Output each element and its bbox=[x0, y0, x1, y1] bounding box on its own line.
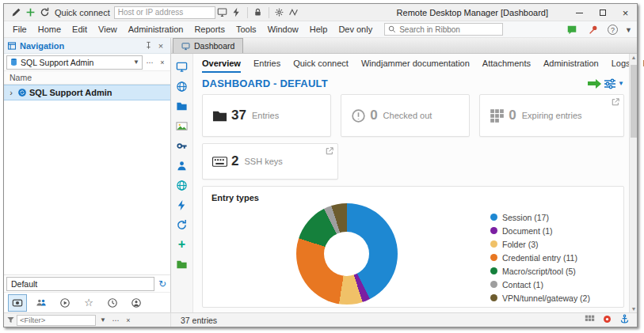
legend-swatch bbox=[490, 214, 497, 221]
lock-icon[interactable] bbox=[251, 6, 265, 20]
connect-icon[interactable] bbox=[215, 6, 230, 20]
sync-icon[interactable] bbox=[176, 218, 189, 231]
filter-clear-icon[interactable]: × bbox=[123, 314, 134, 327]
navigation-icon bbox=[7, 41, 17, 51]
checked-out-icon bbox=[351, 108, 370, 123]
settings-icon[interactable] bbox=[272, 6, 287, 20]
scroll-up-icon[interactable]: ▲ bbox=[630, 55, 638, 60]
menu-view[interactable]: View bbox=[93, 21, 123, 37]
dashboard-options-icon[interactable] bbox=[604, 78, 616, 90]
open-link-icon[interactable] bbox=[612, 98, 619, 106]
chevron-down-icon[interactable]: ▼ bbox=[618, 80, 624, 87]
menu-home[interactable]: Home bbox=[32, 21, 67, 37]
images-icon[interactable] bbox=[176, 119, 189, 132]
menu-help[interactable]: Help bbox=[304, 21, 333, 37]
filter-input[interactable] bbox=[17, 315, 96, 326]
tab-favorites[interactable]: ☆ bbox=[79, 294, 98, 312]
tab-recent[interactable] bbox=[103, 294, 122, 312]
close-button[interactable]: × bbox=[614, 4, 637, 21]
ribbon-search[interactable] bbox=[384, 23, 503, 36]
legend-item: Folder (3) bbox=[490, 237, 623, 251]
rdp-session-icon[interactable] bbox=[176, 60, 189, 73]
checked-out-count: 0 bbox=[370, 108, 377, 123]
legend-swatch bbox=[490, 227, 497, 234]
legend-label: Folder (3) bbox=[502, 240, 539, 249]
web-icon[interactable] bbox=[176, 80, 189, 93]
tab-attachments[interactable]: Attachments bbox=[482, 59, 531, 73]
quick-connect-input[interactable] bbox=[114, 6, 215, 19]
add-entry-icon[interactable] bbox=[23, 6, 37, 20]
quick-action-icon[interactable] bbox=[230, 6, 244, 20]
help-icon[interactable]: ? bbox=[608, 25, 618, 35]
refresh-view-icon[interactable]: ↻ bbox=[157, 278, 168, 290]
card-ssh-keys[interactable]: 2 SSH keys bbox=[202, 143, 338, 180]
view-selector-row: Default ↻ bbox=[4, 274, 170, 292]
tab-sessions[interactable] bbox=[8, 294, 27, 312]
chevron-down-icon[interactable]: ▼ bbox=[625, 26, 632, 34]
vault-browse-icon[interactable]: ⋯ bbox=[144, 56, 155, 69]
keyboard-status-icon[interactable] bbox=[585, 314, 595, 326]
tab-overview[interactable]: Overview bbox=[202, 59, 241, 73]
credentials-key-icon[interactable] bbox=[176, 139, 189, 152]
contact-icon[interactable] bbox=[176, 159, 189, 172]
anchor-icon[interactable] bbox=[619, 314, 630, 326]
chevron-down-icon[interactable]: ▼ bbox=[97, 314, 109, 327]
vault-selector[interactable]: SQL Support Admin ▼ bbox=[6, 55, 143, 70]
pin-icon[interactable] bbox=[586, 23, 600, 37]
tab-my-account[interactable] bbox=[127, 294, 146, 312]
menu-dev-only[interactable]: Dev only bbox=[333, 21, 378, 37]
new-folder-icon[interactable] bbox=[176, 258, 189, 271]
tab-logs[interactable]: Logs bbox=[612, 59, 631, 73]
legend-item: Contact (1) bbox=[490, 278, 623, 291]
scrollbar-thumb[interactable] bbox=[631, 65, 637, 138]
refresh-icon[interactable] bbox=[37, 6, 51, 20]
dashboard-tab-icon bbox=[181, 42, 190, 51]
close-panel-icon[interactable]: × bbox=[154, 40, 167, 52]
tab-windjammer-documentation[interactable]: Windjammer documentation bbox=[361, 59, 470, 73]
folder-icon[interactable] bbox=[176, 100, 189, 112]
open-link-icon[interactable] bbox=[326, 147, 333, 155]
menu-tools[interactable]: Tools bbox=[231, 21, 262, 37]
card-checked-out[interactable]: 0 Checked out bbox=[341, 94, 470, 137]
tab-contacts[interactable] bbox=[32, 294, 51, 312]
tab-dashboard[interactable]: Dashboard bbox=[173, 38, 243, 53]
tab-quick-connect[interactable]: Quick connect bbox=[293, 59, 349, 73]
chat-icon[interactable] bbox=[565, 23, 579, 37]
macro-icon[interactable] bbox=[287, 6, 301, 20]
add-icon[interactable]: + bbox=[176, 238, 189, 251]
filter-options-icon[interactable]: ⋯ bbox=[110, 314, 121, 327]
expander-icon[interactable]: › bbox=[7, 88, 15, 97]
scroll-down-icon[interactable]: ▼ bbox=[630, 306, 638, 312]
menu-file[interactable]: File bbox=[7, 21, 32, 37]
view-selector[interactable]: Default bbox=[6, 277, 154, 291]
dashboard-tab-label: Dashboard bbox=[194, 41, 234, 51]
vault-clear-icon[interactable]: × bbox=[157, 56, 168, 69]
edit-icon[interactable] bbox=[9, 6, 23, 20]
card-expiring-entries[interactable]: 0 Expiring entries bbox=[479, 94, 624, 137]
tree-item-selected[interactable]: › SQL Support Admin bbox=[4, 85, 170, 100]
page-title: DASHBOARD - DEFAULT bbox=[202, 78, 588, 89]
tab-administration[interactable]: Administration bbox=[543, 59, 599, 73]
navigation-header: Navigation × bbox=[4, 38, 170, 54]
tree-column-header[interactable]: Name bbox=[4, 71, 170, 85]
expiring-label: Expiring entries bbox=[522, 111, 582, 120]
macro-tool-icon[interactable] bbox=[176, 199, 189, 211]
menu-administration[interactable]: Administration bbox=[123, 21, 189, 37]
expiring-entries-icon bbox=[490, 108, 509, 123]
tab-entries[interactable]: Entries bbox=[253, 59, 280, 73]
donut-chart bbox=[296, 203, 398, 305]
minimize-button[interactable] bbox=[568, 4, 591, 21]
pin-panel-icon[interactable] bbox=[142, 40, 154, 52]
legend-label: VPN/tunnel/gateway (2) bbox=[502, 293, 590, 303]
menu-reports[interactable]: Reports bbox=[189, 21, 231, 37]
ribbon-search-input[interactable] bbox=[399, 25, 486, 34]
vpn-icon[interactable] bbox=[176, 179, 189, 191]
tab-play-list[interactable] bbox=[55, 294, 74, 312]
notification-icon[interactable] bbox=[602, 314, 612, 326]
menu-edit[interactable]: Edit bbox=[67, 21, 93, 37]
menu-window[interactable]: Window bbox=[262, 21, 304, 37]
maximize-button[interactable] bbox=[591, 4, 614, 21]
card-entries[interactable]: 37 Entries bbox=[202, 94, 331, 137]
chevron-down-icon[interactable]: ▼ bbox=[133, 59, 139, 66]
vertical-scrollbar[interactable]: ▲ ▼ bbox=[629, 54, 637, 312]
